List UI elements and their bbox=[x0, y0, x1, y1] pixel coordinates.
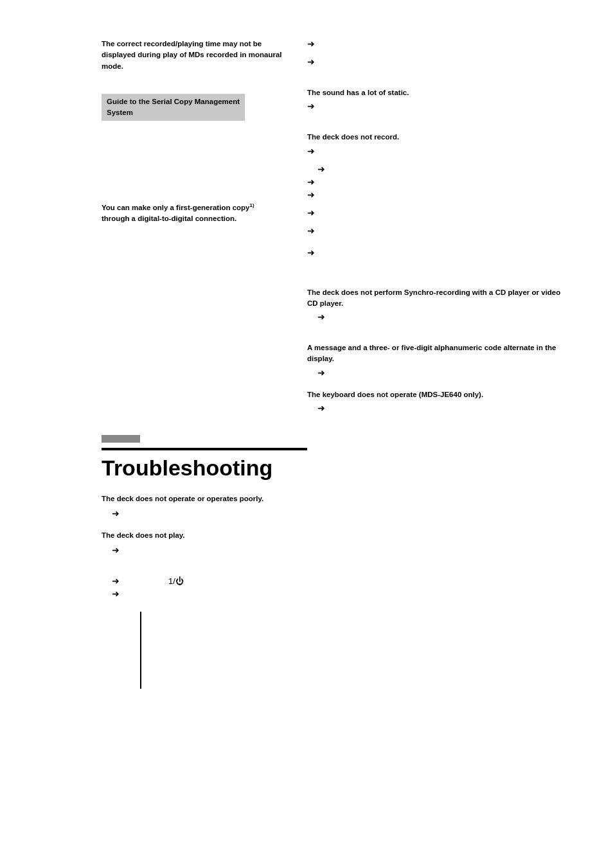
arrow-icon-keyboard: ➜ bbox=[317, 403, 325, 413]
problem-not-play: The deck does not play. bbox=[102, 530, 288, 541]
problem-first-gen-text2: through a digital-to-digital connection. bbox=[102, 215, 236, 222]
page: The correct recorded/playing time may no… bbox=[0, 0, 613, 868]
label-sound-static: The sound has a lot of static. bbox=[307, 87, 562, 98]
arrow-item-2: ➜ bbox=[307, 57, 562, 67]
power-symbol: 1/⏻ bbox=[168, 576, 184, 586]
label-message: A message and a three- or five-digit alp… bbox=[307, 342, 562, 365]
right-column: ➜ ➜ The sound has a lot of static. ➜ The… bbox=[301, 39, 562, 416]
arrow-icon-rec4: ➜ bbox=[307, 190, 315, 200]
arrow-icon-2: ➜ bbox=[307, 57, 315, 67]
arrow-icon-operate: ➜ bbox=[112, 508, 120, 518]
label-synchro: The deck does not perform Synchro-record… bbox=[307, 287, 562, 310]
label-keyboard: The keyboard does not operate (MDS-JE640… bbox=[307, 389, 562, 400]
highlight-box-line1: Guide to the Serial Copy Management bbox=[107, 96, 240, 107]
left-column: The correct recorded/playing time may no… bbox=[102, 39, 301, 416]
label-deck-not-record: The deck does not record. bbox=[307, 132, 562, 143]
vertical-line bbox=[140, 612, 141, 689]
arrow-icon-rec5: ➜ bbox=[307, 208, 315, 218]
arrow-synchro: ➜ bbox=[307, 312, 562, 322]
arrow-icon-synchro: ➜ bbox=[317, 312, 325, 322]
arrow-record-5: ➜ bbox=[307, 208, 562, 218]
highlight-box-line2: System bbox=[107, 107, 240, 118]
arrow-icon-rec3: ➜ bbox=[307, 177, 315, 187]
ts-left-column: The deck does not operate or operates po… bbox=[102, 493, 301, 689]
arrow-message: ➜ bbox=[307, 368, 562, 378]
vertical-rule-area bbox=[102, 612, 288, 689]
footnote-sup: 1) bbox=[249, 202, 254, 208]
arrow-power-1: ➜ bbox=[102, 576, 123, 586]
problem-first-gen-text1: You can make only a first-generation cop… bbox=[102, 204, 249, 211]
arrow-icon-play: ➜ bbox=[112, 545, 120, 555]
troubleshooting-section: The deck does not operate or operates po… bbox=[102, 493, 562, 689]
arrow-icon-rec1: ➜ bbox=[307, 146, 315, 156]
ts-right-column bbox=[301, 493, 562, 689]
arrow-icon-rec2: ➜ bbox=[317, 164, 325, 174]
arrow-record-3: ➜ bbox=[307, 177, 562, 187]
gray-bar bbox=[102, 435, 140, 443]
highlight-box-serial: Guide to the Serial Copy Management Syst… bbox=[102, 94, 245, 121]
arrow-icon-rec6: ➜ bbox=[307, 226, 315, 236]
arrow-not-play: ➜ bbox=[102, 545, 288, 555]
thick-divider bbox=[102, 448, 307, 450]
arrow-power-2: ➜ bbox=[102, 589, 288, 599]
top-section: The correct recorded/playing time may no… bbox=[102, 39, 562, 416]
problem-first-gen: You can make only a first-generation cop… bbox=[102, 202, 288, 224]
arrow-not-operate: ➜ bbox=[102, 508, 288, 518]
arrow-icon-message: ➜ bbox=[317, 368, 325, 378]
arrow-record-7: ➜ bbox=[307, 247, 562, 258]
arrow-item-1: ➜ bbox=[307, 39, 562, 49]
arrow-icon-1: ➜ bbox=[307, 39, 315, 49]
arrow-record-2: ➜ bbox=[307, 164, 562, 174]
problem-recorded-time: The correct recorded/playing time may no… bbox=[102, 39, 288, 72]
arrow-record-6: ➜ bbox=[307, 226, 562, 236]
arrow-record-1: ➜ bbox=[307, 146, 562, 156]
problem-not-operate: The deck does not operate or operates po… bbox=[102, 493, 288, 504]
arrow-keyboard: ➜ bbox=[307, 403, 562, 413]
arrow-record-4: ➜ bbox=[307, 190, 562, 200]
arrow-icon-sound: ➜ bbox=[307, 101, 315, 111]
arrow-sound-static: ➜ bbox=[307, 101, 562, 111]
troubleshooting-title: Troubleshooting bbox=[102, 456, 562, 481]
arrow-icon-power2: ➜ bbox=[112, 589, 120, 599]
arrow-icon-rec7: ➜ bbox=[307, 247, 315, 258]
arrow-icon-power1: ➜ bbox=[112, 576, 120, 586]
